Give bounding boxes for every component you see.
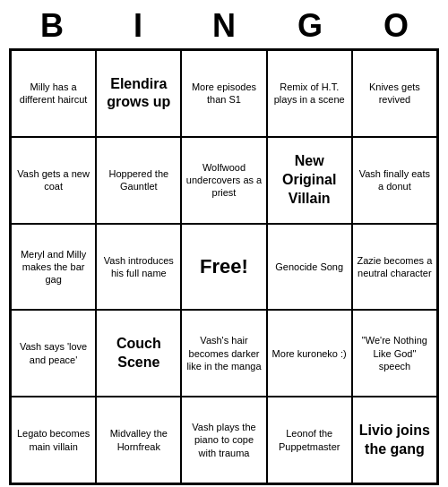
bingo-cell[interactable]: More kuroneko :) <box>267 310 352 397</box>
bingo-cell[interactable]: Midvalley the Hornfreak <box>96 397 181 483</box>
bingo-letter-g: G <box>271 7 349 45</box>
bingo-cell[interactable]: Hoppered the Gauntlet <box>96 137 181 224</box>
bingo-letter-i: I <box>99 7 177 45</box>
bingo-cell[interactable]: Vash plays the piano to cope with trauma <box>181 397 266 483</box>
free-space-cell[interactable]: Free! <box>181 224 266 311</box>
bingo-cell[interactable]: Genocide Song <box>267 224 352 311</box>
bingo-grid: Milly has a different haircutElendira gr… <box>9 48 439 485</box>
bingo-cell[interactable]: New Original Villain <box>267 137 352 224</box>
bingo-cell[interactable]: Vash introduces his full name <box>96 224 181 311</box>
bingo-cell[interactable]: Leonof the Puppetmaster <box>267 397 352 483</box>
bingo-cell[interactable]: Vash says 'love and peace' <box>11 310 96 397</box>
bingo-cell[interactable]: Knives gets revived <box>352 50 437 137</box>
bingo-cell[interactable]: Elendira grows up <box>96 50 181 137</box>
bingo-cell[interactable]: Wolfwood undercovers as a priest <box>181 137 266 224</box>
bingo-cell[interactable]: "We're Nothing Like God" speech <box>352 310 437 397</box>
bingo-cell[interactable]: Milly has a different haircut <box>11 50 96 137</box>
bingo-letter-n: N <box>185 7 263 45</box>
bingo-cell[interactable]: Meryl and Milly makes the bar gag <box>11 224 96 311</box>
bingo-letter-o: O <box>357 7 435 45</box>
bingo-header: BINGO <box>9 0 439 48</box>
bingo-cell[interactable]: Remix of H.T. plays in a scene <box>267 50 352 137</box>
bingo-cell[interactable]: Legato becomes main villain <box>11 397 96 483</box>
bingo-cell[interactable]: Vash finally eats a donut <box>352 137 437 224</box>
bingo-cell[interactable]: Zazie becomes a neutral character <box>352 224 437 311</box>
bingo-cell[interactable]: Couch Scene <box>96 310 181 397</box>
bingo-letter-b: B <box>13 7 91 45</box>
bingo-cell[interactable]: More episodes than S1 <box>181 50 266 137</box>
bingo-cell[interactable]: Livio joins the gang <box>352 397 437 483</box>
bingo-cell[interactable]: Vash's hair becomes darker like in the m… <box>181 310 266 397</box>
bingo-cell[interactable]: Vash gets a new coat <box>11 137 96 224</box>
